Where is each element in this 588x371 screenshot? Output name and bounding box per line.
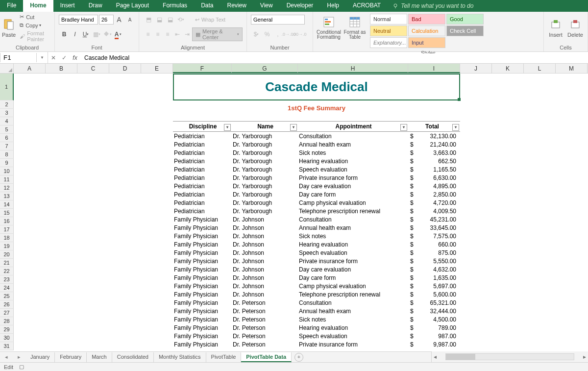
column-header-C[interactable]: C <box>77 64 109 73</box>
column-header-M[interactable]: M <box>556 64 588 73</box>
cell-appointment[interactable]: Camp physical evaluation <box>298 283 408 290</box>
header-appointment[interactable]: Appointment▾ <box>298 123 408 130</box>
cell-name[interactable]: Dr. Peterson <box>232 316 298 323</box>
scroll-left-icon[interactable]: ◂ <box>432 353 439 360</box>
column-header-I[interactable]: I <box>408 64 460 73</box>
row-header-28[interactable]: 28 <box>0 317 14 325</box>
cell-appointment[interactable]: Consultation <box>298 299 408 306</box>
menu-tab-review[interactable]: Review <box>220 0 253 12</box>
cell-appointment[interactable]: Speech evaluation <box>298 166 408 173</box>
column-header-H[interactable]: H <box>298 64 408 73</box>
filter-icon[interactable]: ▾ <box>452 124 459 131</box>
cell-total[interactable]: $9,987.00 <box>408 341 460 348</box>
table-row[interactable]: PediatricianDr. YarboroughDay care evalu… <box>173 182 460 190</box>
cell-name[interactable]: Dr. Peterson <box>232 308 298 315</box>
row-header-7[interactable]: 7 <box>0 142 14 150</box>
cell-discipline[interactable]: Pediatrician <box>173 199 232 206</box>
cell-style-neutral[interactable]: Neutral <box>370 25 407 36</box>
cell-appointment[interactable]: Hearing evaluation <box>298 324 408 331</box>
orientation-button[interactable]: ⟲▾ <box>176 15 186 25</box>
row-header-11[interactable]: 11 <box>0 175 14 184</box>
row-header-16[interactable]: 16 <box>0 217 14 225</box>
cell-style-normal[interactable]: Normal <box>370 14 407 25</box>
cell-discipline[interactable]: Family Physician <box>173 299 232 306</box>
header-discipline[interactable]: Discipline▾ <box>173 123 232 130</box>
cell-appointment[interactable]: Hearing evaluation <box>298 241 408 248</box>
cell-appointment[interactable]: Day care form <box>298 191 408 198</box>
cell-total[interactable]: $21,240.00 <box>408 141 460 148</box>
horizontal-scrollbar[interactable]: ◂ ▸ <box>431 351 588 362</box>
cell-name[interactable]: Dr. Yarborough <box>232 199 298 206</box>
decrease-font-button[interactable]: A <box>125 15 135 25</box>
menu-tab-home[interactable]: Home <box>23 0 53 12</box>
row-header-29[interactable]: 29 <box>0 325 14 334</box>
cell-discipline[interactable]: Pediatrician <box>173 166 232 173</box>
filter-icon[interactable]: ▾ <box>400 124 407 131</box>
cell-discipline[interactable]: Family Physician <box>173 241 232 248</box>
name-box-dropdown[interactable]: ▼ <box>37 55 48 60</box>
cell-discipline[interactable]: Pediatrician <box>173 174 232 181</box>
cell-discipline[interactable]: Family Physician <box>173 274 232 281</box>
cell-total[interactable]: $789.00 <box>408 324 460 331</box>
cell-appointment[interactable]: Day care evaluation <box>298 349 408 351</box>
cell-name[interactable]: Dr. Peterson <box>232 349 298 351</box>
cell-name[interactable]: Dr. Peterson <box>232 324 298 331</box>
row-header-22[interactable]: 22 <box>0 267 14 275</box>
cell-name[interactable]: Dr. Johnson <box>232 216 298 223</box>
increase-indent-button[interactable]: ⇥ <box>183 29 192 39</box>
fx-button[interactable]: fx <box>70 54 80 61</box>
cell-total[interactable]: $32,130.00 <box>408 133 460 140</box>
cell-appointment[interactable]: Hearing evaluation <box>298 158 408 165</box>
cell-total[interactable]: $4,632.00 <box>408 266 460 273</box>
decrease-indent-button[interactable]: ⇤ <box>173 29 182 39</box>
cell-name[interactable]: Dr. Yarborough <box>232 208 298 215</box>
table-row[interactable]: Family PhysicianDr. PetersonHearing eval… <box>173 323 460 332</box>
cell-discipline[interactable]: Pediatrician <box>173 133 232 140</box>
align-center-button[interactable]: ≡ <box>153 29 162 39</box>
cell-total[interactable]: $662.50 <box>408 158 460 165</box>
column-header-F[interactable]: F <box>173 64 232 73</box>
align-bottom-button[interactable]: ⬓ <box>165 15 175 25</box>
table-row[interactable]: Family PhysicianDr. JohnsonHearing evalu… <box>173 240 460 248</box>
cell-appointment[interactable]: Annual health exam <box>298 308 408 315</box>
cell-discipline[interactable]: Family Physician <box>173 341 232 348</box>
cell-name[interactable]: Dr. Johnson <box>232 258 298 265</box>
table-row[interactable]: Family PhysicianDr. PetersonSick notes$4… <box>173 315 460 323</box>
font-name-select[interactable] <box>59 15 98 25</box>
cell-total[interactable]: $5,550.00 <box>408 258 460 265</box>
cell-appointment[interactable]: Private insurance form <box>298 174 408 181</box>
column-header-J[interactable]: J <box>460 64 492 73</box>
cell-discipline[interactable]: Family Physician <box>173 308 232 315</box>
cell-appointment[interactable]: Speech evaluation <box>298 249 408 256</box>
border-button[interactable]: ▦▾ <box>92 29 101 39</box>
row-header-17[interactable]: 17 <box>0 225 14 234</box>
italic-button[interactable]: I <box>70 29 80 39</box>
cell-discipline[interactable]: Pediatrician <box>173 158 232 165</box>
cell-appointment[interactable]: Day care evaluation <box>298 183 408 190</box>
row-header-12[interactable]: 12 <box>0 184 14 192</box>
row-header-14[interactable]: 14 <box>0 200 14 209</box>
cell-name[interactable]: Dr. Yarborough <box>232 149 298 156</box>
cell-name[interactable]: Dr. Yarborough <box>232 191 298 198</box>
selection-handle[interactable] <box>458 98 461 101</box>
number-format-select[interactable] <box>251 15 305 25</box>
delete-cells-button[interactable]: Delete <box>565 13 585 42</box>
column-header-E[interactable]: E <box>141 64 173 73</box>
cell-total[interactable]: $7,575.00 <box>408 233 460 240</box>
cell-name[interactable]: Dr. Yarborough <box>232 166 298 173</box>
fill-color-button[interactable]: ▾ <box>102 29 112 39</box>
table-row[interactable]: Family PhysicianDr. JohnsonSpeech evalua… <box>173 248 460 257</box>
row-header-2[interactable]: 2 <box>0 100 14 109</box>
cell-name[interactable]: Dr. Johnson <box>232 241 298 248</box>
cell-total[interactable]: $3,663.00 <box>408 149 460 156</box>
cell-discipline[interactable]: Family Physician <box>173 349 232 351</box>
cell-total[interactable]: $1,165.50 <box>408 166 460 173</box>
align-left-button[interactable]: ≡ <box>144 29 152 39</box>
cell-total[interactable]: $4,720.00 <box>408 199 460 206</box>
cell-appointment[interactable]: Private insurance form <box>298 258 408 265</box>
menu-tab-insert[interactable]: Insert <box>53 0 82 12</box>
increase-font-button[interactable]: A <box>114 15 124 25</box>
scroll-right-icon[interactable]: ▸ <box>581 353 588 360</box>
row-header-4[interactable]: 4 <box>0 117 14 125</box>
column-header-A[interactable]: A <box>14 64 46 73</box>
